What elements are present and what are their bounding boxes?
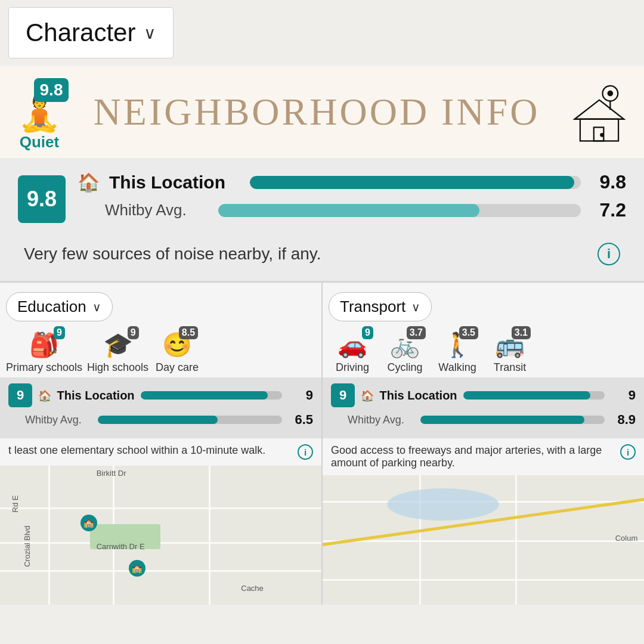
education-scores: 9 🏠 This Location 9 Whitby Avg. 6.5: [0, 377, 321, 438]
transport-whitby-avg-score: 8.9: [611, 412, 636, 428]
noise-info-icon[interactable]: i: [597, 243, 620, 265]
walking-item: 3.5 🚶 Walking: [434, 331, 481, 374]
transport-description-row: Good access to freeways and major arteri…: [323, 438, 644, 475]
edu-this-location-label: 🏠 This Location: [38, 389, 135, 402]
cycling-item: 3.7 🚲 Cycling: [381, 331, 429, 374]
this-location-score: 9.8: [590, 171, 626, 193]
high-schools-item: 9 🎓 High schools: [87, 331, 148, 374]
cycling-wrapper: 3.7 🚲: [390, 331, 420, 359]
education-panel: Education ∨ 9 🎒 Primary schools 9 🎓 High…: [0, 283, 323, 605]
edu-whitby-avg-label: Whitby Avg.: [8, 414, 92, 426]
hero-section: 9.8 🧘 Quiet NEIGHBORHOOD INFO: [0, 66, 644, 158]
edu-whitby-avg-score: 6.5: [288, 412, 313, 428]
daycare-wrapper: 8.5 😊: [162, 331, 192, 359]
walking-label: Walking: [438, 361, 476, 374]
transport-panel: Transport ∨ 9 🚗 Driving 3.7 🚲 Cycling: [323, 283, 644, 605]
edu-info-icon[interactable]: i: [298, 444, 313, 460]
house-location-icon: [566, 78, 632, 146]
primary-schools-item: 9 🎒 Primary schools: [6, 331, 82, 374]
svg-point-1: [608, 91, 612, 95]
quiet-score-badge: 9.8: [34, 78, 69, 102]
transport-whitby-avg-label: Whitby Avg.: [331, 414, 414, 426]
chevron-down-icon: ∨: [144, 23, 156, 43]
quiet-label: Quiet: [20, 133, 59, 151]
map-label-birkitt: Birkitt Dr: [97, 469, 126, 478]
driving-badge: 9: [362, 326, 373, 339]
transport-description-text: Good access to freeways and major arteri…: [331, 444, 615, 469]
whitby-avg-score: 7.2: [590, 199, 626, 221]
education-icons-row: 9 🎒 Primary schools 9 🎓 High schools 8.5…: [0, 327, 321, 377]
whitby-avg-label: Whitby Avg.: [78, 201, 209, 219]
transport-dropdown[interactable]: Transport ∨: [329, 292, 432, 321]
character-label: Character: [26, 18, 135, 47]
map-label-carnwith: Carnwith Dr E: [97, 542, 145, 551]
map-label-rd: Rd E: [11, 495, 20, 512]
walking-wrapper: 3.5 🚶: [442, 331, 472, 359]
driving-wrapper: 9 🚗: [338, 331, 367, 359]
transport-this-location-label: 🏠 This Location: [361, 389, 457, 402]
education-map: 🏫 🏫 Rd E Crozial Blvd Birkitt Dr Carnwit…: [0, 466, 321, 605]
map-label-crozial: Crozial Blvd: [23, 526, 32, 567]
primary-schools-wrapper: 9 🎒: [29, 331, 59, 359]
transport-icons-row: 9 🚗 Driving 3.7 🚲 Cycling 3.5 🚶 Walk: [323, 327, 644, 377]
noise-description-text: Very few sources of noise nearby, if any…: [24, 244, 321, 264]
score-details: 🏠 This Location 9.8 Whitby Avg. 7.2: [78, 171, 626, 227]
high-schools-wrapper: 9 🎓: [103, 331, 133, 359]
main-score-box: 9.8: [18, 175, 66, 223]
education-dropdown-label: Education: [17, 298, 86, 316]
transport-whitby-avg-bar: [420, 416, 605, 424]
character-dropdown[interactable]: Character ∨: [8, 7, 174, 58]
transport-map: Colum: [323, 475, 644, 605]
whitby-avg-bar: [218, 204, 581, 217]
map-marker-1: 🏫: [80, 515, 97, 531]
daycare-item: 8.5 😊 Day care: [153, 331, 201, 374]
primary-schools-label: Primary schools: [6, 361, 82, 374]
transport-score-box: 9: [331, 383, 355, 407]
education-chevron-icon: ∨: [92, 300, 101, 314]
this-location-label: This Location: [109, 172, 240, 193]
map-label-cache: Cache: [241, 584, 264, 593]
education-dropdown[interactable]: Education ∨: [6, 292, 113, 321]
transport-scores: 9 🏠 This Location 9 Whitby Avg. 8.9: [323, 377, 644, 438]
daycare-label: Day care: [156, 361, 199, 374]
this-location-bar: [250, 176, 581, 189]
cycling-badge: 3.7: [407, 326, 426, 339]
daycare-badge: 8.5: [179, 326, 198, 339]
walking-badge: 3.5: [459, 326, 478, 339]
edu-score-box: 9: [8, 383, 32, 407]
transit-badge: 3.1: [512, 326, 531, 339]
transport-info-icon[interactable]: i: [620, 444, 636, 460]
edu-this-location-score: 9: [288, 388, 313, 403]
high-schools-label: High schools: [87, 361, 148, 374]
map-marker-2: 🏫: [129, 560, 145, 577]
map-label-colum: Colum: [615, 534, 638, 543]
transit-wrapper: 3.1 🚌: [495, 331, 525, 359]
transit-label: Transit: [494, 361, 526, 374]
svg-marker-2: [575, 100, 624, 119]
transport-this-location-bar: [463, 391, 605, 400]
svg-rect-3: [580, 119, 618, 141]
hero-title: NEIGHBORHOOD INFO: [79, 90, 555, 134]
edu-description-text: t least one elementary school within a 1…: [8, 444, 265, 457]
cycling-label: Cycling: [387, 361, 422, 374]
driving-label: Driving: [336, 361, 369, 374]
transport-dropdown-label: Transport: [340, 298, 405, 316]
transport-this-location-score: 9: [611, 388, 636, 403]
transport-header: Transport ∨: [323, 283, 644, 327]
transit-item: 3.1 🚌 Transit: [486, 331, 534, 374]
education-header: Education ∨: [0, 283, 321, 327]
svg-point-5: [600, 134, 603, 137]
edu-whitby-avg-bar: [98, 416, 282, 424]
primary-schools-badge: 9: [54, 326, 65, 339]
home-icon: 🏠: [78, 172, 100, 193]
quiet-block: 9.8 🧘 Quiet: [18, 72, 61, 151]
edu-description-row: t least one elementary school within a 1…: [0, 438, 321, 466]
edu-this-location-bar: [141, 391, 282, 400]
bottom-panels: Education ∨ 9 🎒 Primary schools 9 🎓 High…: [0, 283, 644, 605]
driving-item: 9 🚗 Driving: [329, 331, 376, 374]
transport-chevron-icon: ∨: [411, 300, 420, 314]
noise-description-row: Very few sources of noise nearby, if any…: [18, 231, 626, 268]
high-schools-badge: 9: [128, 326, 139, 339]
score-section: 9.8 🏠 This Location 9.8 Whitby Avg. 7.2: [0, 158, 644, 281]
